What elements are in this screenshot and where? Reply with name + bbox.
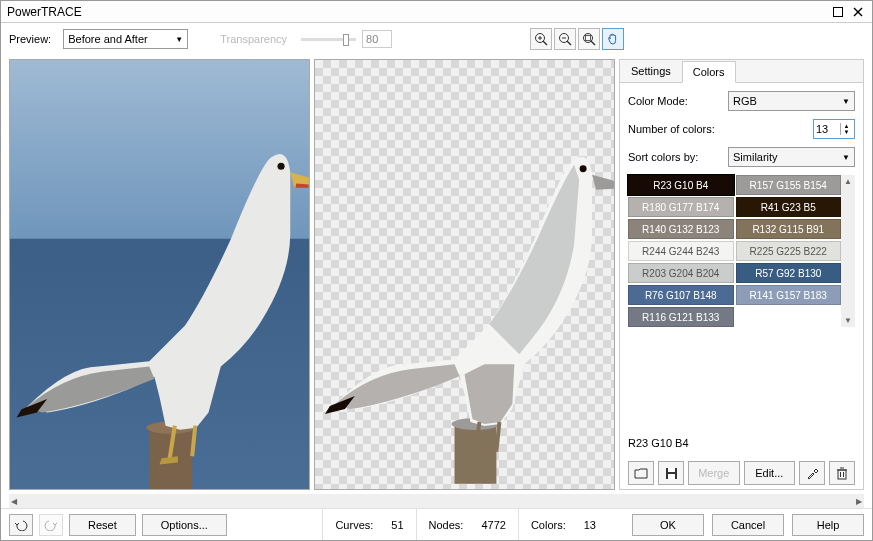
nodes-value: 4772: [481, 519, 505, 531]
color-swatch[interactable]: R244 G244 B243: [628, 241, 734, 261]
spin-down-icon[interactable]: ▼: [840, 129, 852, 135]
help-button[interactable]: Help: [792, 514, 864, 536]
pan-button[interactable]: [602, 28, 624, 50]
redo-button[interactable]: [39, 514, 63, 536]
num-colors-label: Number of colors:: [628, 123, 758, 135]
options-button[interactable]: Options...: [142, 514, 227, 536]
scroll-down-icon[interactable]: ▼: [844, 316, 852, 325]
zoom-fit-button[interactable]: [578, 28, 600, 50]
color-swatch[interactable]: R23 G10 B4: [628, 175, 734, 195]
preview-panes: [9, 59, 615, 490]
color-swatch[interactable]: R180 G177 B174: [628, 197, 734, 217]
svg-rect-27: [668, 474, 675, 479]
bottom-bar: Reset Options... Curves:51 Nodes:4772 Co…: [1, 508, 872, 540]
preview-mode-value: Before and After: [68, 33, 148, 45]
color-swatch[interactable]: R41 G23 B5: [736, 197, 842, 217]
nodes-label: Nodes:: [429, 519, 464, 531]
chevron-down-icon: ▼: [842, 153, 850, 162]
save-palette-button[interactable]: [658, 461, 684, 485]
svg-rect-0: [834, 7, 843, 16]
after-image: [315, 60, 614, 489]
selected-color-label: R23 G10 B4: [628, 431, 855, 449]
color-swatch[interactable]: R132 G115 B91: [736, 219, 842, 239]
maximize-button[interactable]: [830, 5, 846, 19]
svg-point-22: [580, 165, 587, 172]
slider-thumb: [343, 34, 349, 46]
color-swatch[interactable]: R225 G225 B222: [736, 241, 842, 261]
sort-colors-select[interactable]: Similarity▼: [728, 147, 855, 167]
scroll-up-icon[interactable]: ▲: [844, 177, 852, 186]
preview-label: Preview:: [9, 33, 51, 45]
color-swatch[interactable]: R116 G121 B133: [628, 307, 734, 327]
slider-track: [301, 38, 356, 41]
color-swatch[interactable]: R57 G92 B130: [736, 263, 842, 283]
colors-panel: Color Mode: RGB▼ Number of colors: ▲▼ So…: [620, 83, 863, 489]
reset-button[interactable]: Reset: [69, 514, 136, 536]
zoom-out-button[interactable]: [554, 28, 576, 50]
scroll-right-icon[interactable]: ▶: [856, 497, 862, 506]
colors-label: Colors:: [531, 519, 566, 531]
color-swatch[interactable]: R203 G204 B204: [628, 263, 734, 283]
preview-mode-select[interactable]: Before and After ▼: [63, 29, 188, 49]
window-title: PowerTRACE: [7, 5, 826, 19]
horizontal-scrollbar[interactable]: ◀▶: [9, 494, 864, 508]
num-colors-field[interactable]: [814, 123, 840, 135]
edit-button[interactable]: Edit...: [744, 461, 796, 485]
chevron-down-icon: ▼: [175, 35, 183, 44]
cancel-button[interactable]: Cancel: [712, 514, 784, 536]
zoom-buttons: [530, 28, 624, 50]
undo-button[interactable]: [9, 514, 33, 536]
right-panel: Settings Colors Color Mode: RGB▼ Number …: [619, 59, 864, 490]
color-swatch[interactable]: R140 G132 B123: [628, 219, 734, 239]
transparency-slider: 80: [301, 30, 392, 48]
scroll-left-icon[interactable]: ◀: [11, 497, 17, 506]
color-mode-select[interactable]: RGB▼: [728, 91, 855, 111]
svg-rect-26: [668, 468, 675, 472]
top-toolbar: Preview: Before and After ▼ Transparency…: [1, 23, 872, 55]
tab-bar: Settings Colors: [620, 60, 863, 83]
zoom-in-button[interactable]: [530, 28, 552, 50]
stats-bar: Curves:51 Nodes:4772 Colors:13: [322, 509, 608, 540]
svg-line-4: [543, 41, 547, 45]
merge-button: Merge: [688, 461, 740, 485]
eyedropper-button[interactable]: [799, 461, 825, 485]
powertrace-window: PowerTRACE Preview: Before and After ▼ T…: [0, 0, 873, 541]
svg-line-8: [567, 41, 571, 45]
color-swatch[interactable]: R141 G157 B183: [736, 285, 842, 305]
sort-colors-label: Sort colors by:: [628, 151, 728, 163]
transparency-value: 80: [362, 30, 392, 48]
color-swatch[interactable]: R157 G155 B154: [736, 175, 842, 195]
num-colors-input[interactable]: ▲▼: [813, 119, 855, 139]
tab-settings[interactable]: Settings: [620, 60, 682, 82]
svg-point-17: [277, 163, 284, 170]
swatch-scrollbar[interactable]: ▲▼: [841, 175, 855, 327]
svg-rect-12: [586, 36, 591, 41]
color-mode-label: Color Mode:: [628, 95, 728, 107]
svg-line-11: [591, 41, 595, 45]
chevron-down-icon: ▼: [842, 97, 850, 106]
content-area: Settings Colors Color Mode: RGB▼ Number …: [1, 55, 872, 492]
close-button[interactable]: [850, 5, 866, 19]
color-swatch[interactable]: R76 G107 B148: [628, 285, 734, 305]
titlebar: PowerTRACE: [1, 1, 872, 23]
before-image: [10, 60, 309, 489]
open-palette-button[interactable]: [628, 461, 654, 485]
ok-button[interactable]: OK: [632, 514, 704, 536]
curves-value: 51: [391, 519, 403, 531]
svg-rect-28: [838, 470, 846, 479]
after-pane[interactable]: [314, 59, 615, 490]
before-pane[interactable]: [9, 59, 310, 490]
delete-color-button[interactable]: [829, 461, 855, 485]
colors-value: 13: [584, 519, 596, 531]
tab-colors[interactable]: Colors: [682, 61, 736, 83]
curves-label: Curves:: [335, 519, 373, 531]
transparency-label: Transparency: [220, 33, 287, 45]
